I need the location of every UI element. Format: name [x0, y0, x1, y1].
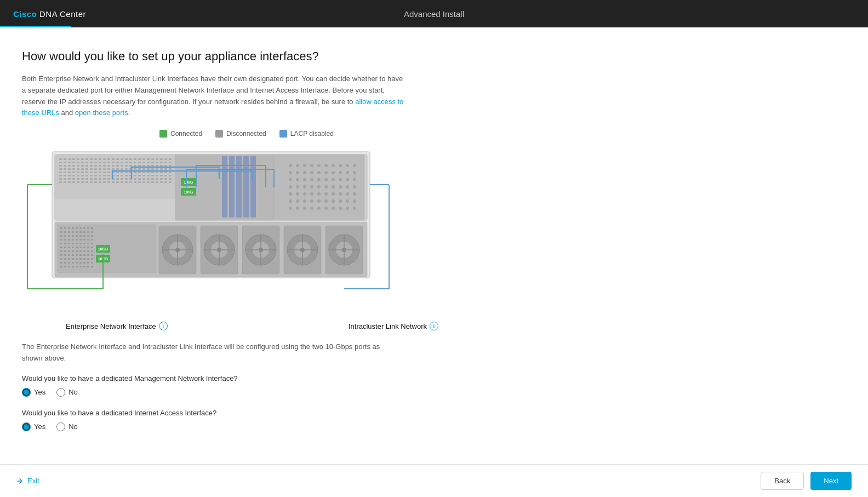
svg-point-277 — [353, 199, 356, 203]
svg-point-230 — [303, 171, 306, 174]
svg-rect-90 — [99, 168, 101, 170]
svg-point-264 — [332, 192, 335, 196]
svg-rect-308 — [79, 231, 82, 233]
svg-point-232 — [317, 171, 321, 174]
svg-rect-368 — [68, 258, 70, 260]
svg-rect-63 — [94, 165, 97, 167]
svg-rect-192 — [90, 181, 93, 183]
svg-rect-168 — [99, 178, 101, 180]
question1-yes-radio[interactable] — [22, 388, 31, 397]
svg-rect-111 — [77, 172, 79, 173]
svg-rect-110 — [72, 172, 75, 173]
svg-rect-67 — [112, 165, 115, 167]
enterprise-info-icon[interactable]: i — [159, 322, 168, 330]
svg-rect-126 — [142, 172, 145, 173]
svg-rect-363 — [83, 254, 85, 256]
svg-point-269 — [296, 199, 299, 203]
question2-no-radio[interactable] — [56, 422, 65, 431]
svg-rect-361 — [76, 254, 78, 256]
intracluster-interface-text: Intracluster Link Network — [349, 322, 427, 330]
back-button[interactable]: Back — [761, 472, 804, 487]
svg-point-279 — [296, 207, 299, 210]
svg-rect-140 — [90, 175, 93, 176]
question2-no[interactable]: No — [56, 422, 78, 431]
svg-rect-132 — [169, 172, 172, 173]
svg-rect-320 — [91, 235, 93, 237]
question2-yes-radio[interactable] — [22, 422, 31, 431]
svg-text:100G: 100G — [184, 180, 193, 184]
question1-yes[interactable]: Yes — [22, 388, 45, 397]
svg-rect-170 — [107, 178, 110, 180]
svg-point-228 — [289, 171, 292, 174]
svg-text:100G: 100G — [184, 190, 193, 194]
svg-point-270 — [303, 199, 306, 203]
svg-point-223 — [324, 164, 328, 167]
svg-rect-335 — [79, 243, 82, 244]
svg-rect-29 — [59, 162, 62, 163]
svg-rect-46 — [134, 162, 136, 163]
svg-rect-151 — [138, 175, 141, 176]
svg-point-271 — [310, 199, 313, 203]
svg-rect-76 — [151, 165, 154, 167]
svg-rect-346 — [87, 247, 89, 248]
svg-rect-177 — [138, 178, 141, 180]
svg-rect-196 — [107, 181, 110, 183]
svg-rect-14 — [107, 158, 110, 160]
exit-label: Exit — [27, 477, 39, 485]
svg-rect-44 — [125, 162, 128, 163]
footer: Exit Back Next — [0, 464, 868, 487]
svg-rect-332 — [68, 243, 70, 244]
open-ports-link[interactable]: open these ports — [75, 108, 128, 117]
svg-rect-128 — [151, 172, 154, 173]
svg-rect-96 — [125, 168, 128, 170]
question1-no[interactable]: No — [56, 388, 78, 397]
svg-rect-147 — [121, 175, 123, 176]
next-button[interactable]: Next — [810, 472, 852, 487]
svg-rect-173 — [121, 178, 123, 180]
svg-rect-183 — [164, 178, 167, 180]
svg-rect-42 — [116, 162, 119, 163]
connected-label: Connected — [170, 130, 202, 138]
svg-point-229 — [296, 171, 299, 174]
svg-rect-299 — [79, 227, 82, 229]
svg-rect-12 — [99, 158, 101, 160]
svg-rect-116 — [99, 172, 101, 173]
svg-rect-343 — [76, 247, 78, 248]
svg-rect-7 — [77, 158, 79, 160]
svg-rect-135 — [68, 175, 71, 176]
svg-point-218 — [289, 164, 292, 167]
svg-rect-380 — [79, 262, 82, 264]
question2-yes[interactable]: Yes — [22, 422, 45, 431]
svg-point-256 — [346, 185, 349, 188]
intracluster-info-icon[interactable]: i — [430, 322, 438, 330]
svg-rect-373 — [87, 258, 89, 260]
svg-rect-98 — [134, 168, 136, 170]
svg-rect-340 — [64, 247, 66, 248]
svg-rect-161 — [68, 178, 71, 180]
svg-rect-162 — [72, 178, 75, 180]
svg-rect-127 — [147, 172, 150, 173]
svg-point-276 — [346, 199, 349, 203]
svg-rect-60 — [81, 165, 84, 167]
svg-rect-163 — [77, 178, 79, 180]
svg-point-273 — [324, 199, 328, 203]
question1-no-radio[interactable] — [56, 388, 65, 397]
header-logo: Cisco DNA Center — [13, 9, 86, 19]
svg-rect-165 — [85, 178, 88, 180]
disconnected-dot — [215, 130, 223, 138]
exit-button[interactable]: Exit — [16, 477, 39, 485]
svg-rect-32 — [72, 162, 75, 163]
svg-point-249 — [296, 185, 299, 188]
main-content: How would you like to set up your applia… — [0, 27, 493, 487]
svg-rect-53 — [164, 162, 167, 163]
svg-rect-155 — [156, 175, 158, 176]
svg-rect-61 — [85, 165, 88, 167]
svg-rect-9 — [85, 158, 88, 160]
svg-rect-137 — [77, 175, 79, 176]
svg-rect-106 — [169, 168, 172, 170]
svg-rect-21 — [138, 158, 141, 160]
svg-rect-298 — [76, 227, 78, 229]
svg-rect-180 — [151, 178, 154, 180]
svg-rect-387 — [72, 266, 74, 267]
svg-point-287 — [353, 207, 356, 210]
